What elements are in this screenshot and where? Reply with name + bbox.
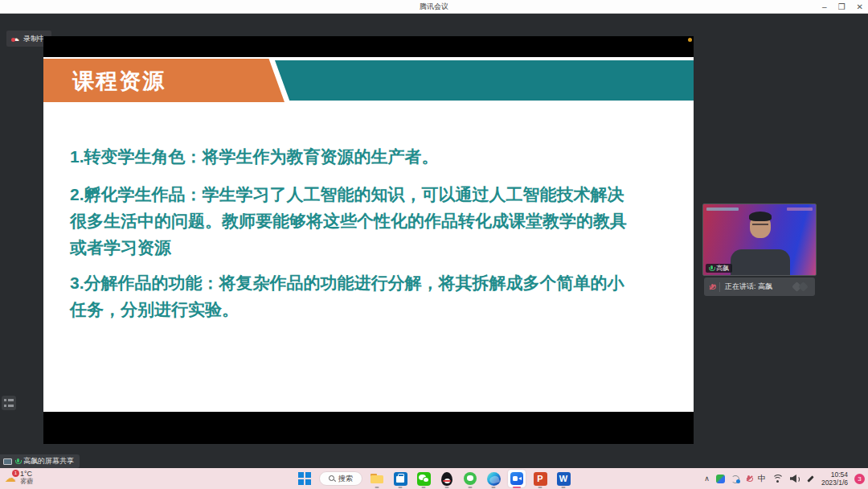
- share-label: 高飙的屏幕共享: [23, 456, 74, 466]
- tencent-meeting-icon: [510, 472, 523, 485]
- taskbar-item-qq[interactable]: [438, 470, 456, 487]
- participant-silhouette: [731, 249, 790, 276]
- window-titlebar: 腾讯会议 – ❐ ✕: [0, 0, 868, 14]
- taskbar-center: 搜索 P W: [296, 468, 572, 489]
- taskbar-item-powerpoint[interactable]: P: [531, 470, 549, 487]
- sync-icon[interactable]: [731, 475, 740, 483]
- taskbar-item-microsoft-store[interactable]: [391, 470, 409, 487]
- qq-icon: [440, 472, 453, 486]
- weather-widget[interactable]: ☁ 1 1°C 雾霾: [5, 470, 33, 486]
- speaking-label: 正在讲话: 高飙: [725, 281, 772, 292]
- speaker-icon[interactable]: [790, 475, 800, 483]
- virtual-bg-text-left: [706, 208, 739, 211]
- window-controls: – ❐ ✕: [822, 0, 863, 14]
- presentation-slide: 课程资源 1.转变学生角色：将学生作为教育资源的生产者。 2.孵化学生作品：学生…: [43, 57, 694, 412]
- slide-point-3: 3.分解作品的功能：将复杂作品的功能进行分解，将其拆解成多个简单的小 任务，分别…: [70, 269, 671, 323]
- participant-name: 高飙: [716, 265, 729, 272]
- slide-text-line: 1.转变学生角色：将学生作为教育资源的生产者。: [70, 143, 671, 170]
- taskbar: ☁ 1 1°C 雾霾 搜索: [0, 468, 868, 489]
- start-button[interactable]: [296, 470, 313, 487]
- powerpoint-icon: P: [534, 472, 547, 486]
- virtual-bg-text-right: [787, 208, 813, 211]
- meeting-client-area: ☁ 录制中 课程资源 1.转变学生角色：将学生作为教育资源的生产者。 2.孵化学…: [0, 14, 868, 468]
- taskbar-item-wechat[interactable]: [415, 470, 432, 487]
- mic-on-icon: [15, 458, 20, 465]
- screen-share-region: 课程资源 1.转变学生角色：将学生作为教育资源的生产者。 2.孵化学生作品：学生…: [43, 36, 694, 444]
- participant-video[interactable]: 高飙: [702, 203, 817, 276]
- mic-muted-icon: [710, 284, 714, 290]
- monitor-icon: [3, 458, 12, 465]
- taskbar-item-edge[interactable]: [485, 470, 502, 487]
- windows-logo-icon: [298, 472, 311, 485]
- participant-hair: [749, 212, 772, 221]
- slide-text-line: 任务，分别进行实验。: [70, 296, 671, 323]
- edge-icon: [487, 472, 501, 486]
- notification-badge[interactable]: 3: [854, 474, 865, 484]
- slide-text-line: 2.孵化学生作品：学生学习了人工智能的知识，可以通过人工智能技术解决: [70, 181, 671, 208]
- close-button[interactable]: ✕: [857, 3, 863, 11]
- cloud-record-icon: ☁: [11, 35, 19, 43]
- speaking-indicator-bar: 正在讲话: 高飙: [704, 277, 815, 296]
- clock-time: 10:54: [831, 471, 848, 479]
- minimize-button[interactable]: –: [822, 3, 827, 11]
- slide-header-teal-band: [275, 60, 694, 101]
- participant-name-chip: 高飙: [706, 264, 732, 273]
- clock-date: 2023/1/6: [821, 479, 848, 487]
- weather-temp: 1°C: [20, 470, 33, 478]
- annotation-toolbar-icon[interactable]: [2, 396, 16, 410]
- search-label: 搜索: [338, 474, 353, 484]
- pointer-dot: [688, 38, 692, 42]
- pen-icon[interactable]: [806, 475, 815, 483]
- taskbar-clock[interactable]: 10:54 2023/1/6: [821, 471, 848, 487]
- recording-label: 录制中: [23, 34, 45, 44]
- window-title: 腾讯会议: [420, 2, 448, 12]
- weather-badge: 1: [12, 470, 19, 477]
- taskbar-item-file-explorer[interactable]: [368, 470, 386, 487]
- slide-header: 课程资源: [43, 59, 694, 102]
- magnifier-icon: [329, 475, 335, 482]
- slide-title: 课程资源: [72, 67, 166, 96]
- weather-condition: 雾霾: [20, 478, 33, 485]
- restore-button[interactable]: ❐: [838, 3, 845, 11]
- cloud-weather-icon: ☁ 1: [5, 472, 16, 483]
- taskbar-item-tencent-meeting[interactable]: [508, 470, 526, 487]
- slide-body: 1.转变学生角色：将学生作为教育资源的生产者。 2.孵化学生作品：学生学习了人工…: [70, 143, 671, 323]
- mic-on-icon: [709, 265, 714, 272]
- tray-overflow-chevron[interactable]: ∧: [704, 475, 710, 483]
- wifi-icon[interactable]: [772, 475, 784, 483]
- taskbar-item-wechat-work[interactable]: [461, 470, 479, 487]
- slide-point-2: 2.孵化学生作品：学生学习了人工智能的知识，可以通过人工智能技术解决 很多生活中…: [70, 181, 671, 261]
- slide-text-line: 3.分解作品的功能：将复杂作品的功能进行分解，将其拆解成多个简单的小: [70, 269, 671, 296]
- meeting-watermark-icon: [792, 282, 809, 292]
- taskbar-item-word[interactable]: W: [555, 470, 572, 487]
- microsoft-store-icon: [394, 472, 407, 486]
- wechat-icon: [417, 472, 431, 486]
- ime-indicator[interactable]: 中: [758, 473, 766, 484]
- slide-text-line: 很多生活中的问题。教师要能够将这些个性化的作品转化成课堂教学的教具: [70, 208, 671, 234]
- system-tray: ∧ 中 10:54 2023/1/6 3: [704, 468, 865, 489]
- slide-text-line: 或者学习资源: [70, 234, 671, 261]
- file-explorer-icon: [371, 474, 383, 483]
- tray-app-icon[interactable]: [716, 475, 725, 483]
- divider: [719, 282, 720, 292]
- word-icon: W: [557, 472, 571, 486]
- participant-glasses: [752, 224, 768, 227]
- wechat-work-icon: [464, 472, 477, 485]
- screen-share-pill[interactable]: 高飙的屏幕共享: [0, 454, 80, 468]
- taskbar-search[interactable]: 搜索: [319, 471, 362, 486]
- tray-mic-icon[interactable]: [747, 475, 751, 482]
- slide-point-1: 1.转变学生角色：将学生作为教育资源的生产者。: [70, 143, 671, 170]
